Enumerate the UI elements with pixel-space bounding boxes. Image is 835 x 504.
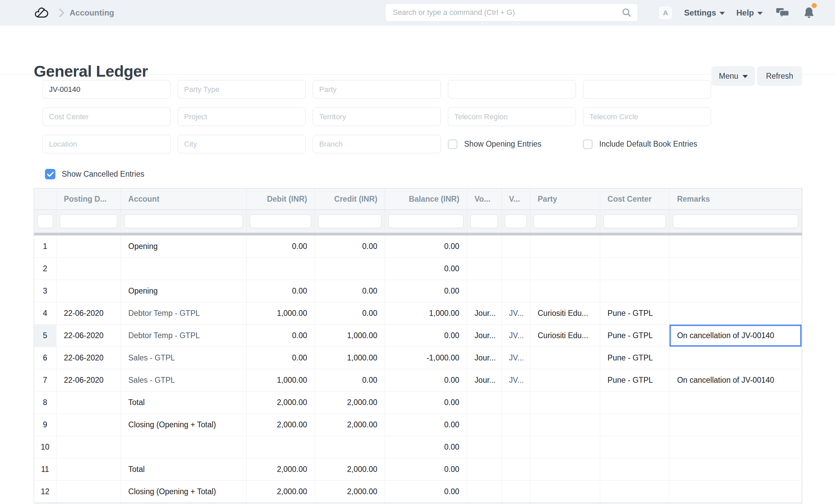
- cell-credit[interactable]: [315, 436, 385, 458]
- cell-party[interactable]: Curiositi Edu...: [530, 302, 600, 324]
- cell-credit[interactable]: 1,000.00: [315, 325, 385, 347]
- cell-cost_center[interactable]: Pune - GTPL: [600, 302, 670, 324]
- cell-date[interactable]: 22-06-2020: [56, 302, 121, 324]
- cell-cost_center[interactable]: [600, 236, 670, 257]
- telecom-region-filter-input[interactable]: [448, 107, 576, 126]
- cell-balance[interactable]: 0.00: [385, 369, 467, 391]
- cell-vno[interactable]: [502, 436, 530, 458]
- show-opening-entries-filter[interactable]: Show Opening Entries: [448, 135, 576, 153]
- column-filter-input-date[interactable]: [60, 215, 117, 228]
- branch-filter-input[interactable]: [313, 135, 441, 153]
- cell-party[interactable]: [530, 481, 600, 503]
- cell-cost_center[interactable]: Pune - GTPL: [600, 347, 670, 369]
- cell-party[interactable]: [530, 414, 600, 436]
- cell-account[interactable]: Closing (Opening + Total): [121, 481, 247, 503]
- column-filter-input-account[interactable]: [124, 215, 243, 228]
- cell-balance[interactable]: 0.00: [385, 481, 467, 503]
- party-filter-input[interactable]: [313, 80, 441, 99]
- cell-party[interactable]: [530, 436, 600, 458]
- cell-vno[interactable]: [502, 414, 530, 436]
- column-filter-input-balance[interactable]: [388, 215, 464, 228]
- cell-party[interactable]: [530, 458, 600, 480]
- cell-credit[interactable]: 2,000.00: [315, 458, 385, 480]
- column-header-remarks[interactable]: Remarks: [670, 188, 802, 209]
- column-header-party[interactable]: Party: [530, 188, 600, 209]
- cell-remarks[interactable]: [670, 258, 802, 280]
- city-filter-input[interactable]: [178, 135, 306, 153]
- cost-center-filter-input[interactable]: [43, 107, 170, 126]
- cell-cost_center[interactable]: Pune - GTPL: [600, 325, 670, 347]
- cell-account[interactable]: Total: [121, 458, 247, 480]
- cell-party[interactable]: [530, 280, 600, 302]
- cell-cost_center[interactable]: [600, 258, 670, 280]
- cell-party[interactable]: Curiositi Edu...: [530, 325, 600, 347]
- cell-account[interactable]: [121, 436, 247, 458]
- cell-balance[interactable]: 0.00: [385, 325, 467, 347]
- cell-credit[interactable]: 0.00: [315, 369, 385, 391]
- column-header-balance[interactable]: Balance (INR): [385, 188, 467, 209]
- cell-balance[interactable]: 0.00: [385, 236, 467, 257]
- party-type-filter-input[interactable]: [178, 80, 306, 99]
- cell-debit[interactable]: 1,000.00: [247, 302, 315, 324]
- avatar[interactable]: A: [658, 6, 673, 20]
- include-default-book-entries-checkbox[interactable]: [583, 140, 592, 149]
- cell-date[interactable]: [56, 414, 121, 436]
- cell-row-number[interactable]: 9: [34, 414, 56, 436]
- show-opening-entries-label[interactable]: Show Opening Entries: [464, 140, 542, 149]
- cell-credit[interactable]: 0.00: [315, 280, 385, 302]
- cell-remarks[interactable]: [670, 347, 802, 369]
- chat-button[interactable]: [776, 7, 790, 19]
- cell-account[interactable]: Closing (Opening + Total): [121, 414, 247, 436]
- column-header-credit[interactable]: Credit (INR): [315, 188, 385, 209]
- cell-balance[interactable]: 0.00: [385, 280, 467, 302]
- search-icon[interactable]: [622, 7, 632, 18]
- cell-account[interactable]: Opening: [121, 280, 247, 302]
- column-header-account[interactable]: Account: [121, 188, 247, 209]
- cell-debit[interactable]: 2,000.00: [247, 481, 315, 503]
- cell-date[interactable]: [56, 280, 121, 302]
- territory-filter-input[interactable]: [313, 107, 441, 126]
- cell-row-number[interactable]: 6: [34, 347, 56, 369]
- cell-vno[interactable]: [502, 458, 530, 480]
- cell-vtype[interactable]: [467, 414, 502, 436]
- cell-vtype[interactable]: Jour...: [467, 347, 502, 369]
- cell-vno[interactable]: [502, 258, 530, 280]
- cell-remarks[interactable]: [670, 436, 802, 458]
- cell-vtype[interactable]: Jour...: [467, 325, 502, 347]
- cell-row-number[interactable]: 1: [34, 236, 56, 257]
- refresh-button[interactable]: Refresh: [757, 66, 802, 86]
- notifications-button[interactable]: [803, 6, 815, 19]
- cell-balance[interactable]: 1,000.00: [385, 302, 467, 324]
- cell-date[interactable]: [56, 436, 121, 458]
- cell-row-number[interactable]: 4: [34, 302, 56, 324]
- cell-debit[interactable]: 1,000.00: [247, 369, 315, 391]
- cell-cost_center[interactable]: [600, 414, 670, 436]
- cell-credit[interactable]: 1,000.00: [315, 347, 385, 369]
- column-filter-input-n[interactable]: [38, 215, 53, 228]
- show-cancelled-entries-checkbox[interactable]: [45, 169, 55, 179]
- location-filter-input[interactable]: [43, 135, 170, 153]
- cell-cost_center[interactable]: [600, 391, 670, 414]
- cell-credit[interactable]: 2,000.00: [315, 391, 385, 414]
- cell-row-number[interactable]: 3: [34, 280, 56, 302]
- cell-row-number[interactable]: 10: [34, 436, 56, 458]
- voucher-no-filter-input[interactable]: [43, 80, 170, 99]
- cell-vtype[interactable]: [467, 391, 502, 414]
- cell-row-number[interactable]: 2: [34, 258, 56, 280]
- cell-date[interactable]: [56, 258, 121, 280]
- cell-debit[interactable]: 2,000.00: [247, 414, 315, 436]
- cell-vno[interactable]: JV...: [502, 347, 530, 369]
- settings-menu[interactable]: Settings: [684, 8, 725, 18]
- telecom-circle-filter-input[interactable]: [583, 107, 711, 126]
- cell-debit[interactable]: 0.00: [247, 236, 315, 257]
- global-search[interactable]: [385, 3, 638, 22]
- cell-remarks[interactable]: [670, 280, 802, 302]
- cell-cost_center[interactable]: [600, 280, 670, 302]
- cell-debit[interactable]: 0.00: [247, 347, 315, 369]
- cell-vtype[interactable]: [467, 481, 502, 503]
- cell-cost_center[interactable]: Pune - GTPL: [600, 369, 670, 391]
- app-logo-cloud-icon[interactable]: [34, 5, 49, 21]
- cell-balance[interactable]: 0.00: [385, 414, 467, 436]
- cell-account[interactable]: Sales - GTPL: [121, 369, 247, 391]
- cell-credit[interactable]: 2,000.00: [315, 414, 385, 436]
